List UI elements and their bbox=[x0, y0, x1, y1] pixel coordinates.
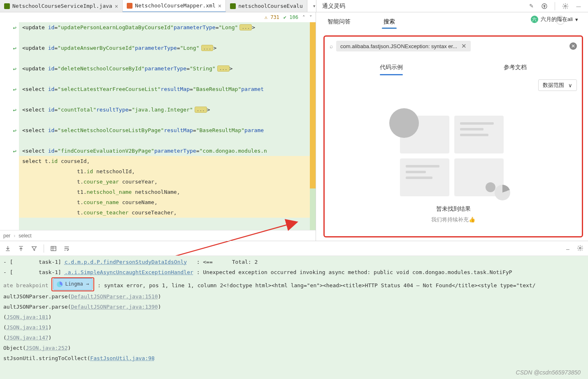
gutter-line[interactable] bbox=[0, 197, 19, 207]
search-input[interactable] bbox=[474, 43, 566, 49]
close-icon[interactable]: × bbox=[115, 3, 118, 9]
inner-tab-code-examples[interactable]: 代码示例 bbox=[380, 61, 403, 74]
close-icon[interactable]: ✕ bbox=[461, 42, 467, 50]
code-line[interactable]: <select id="selectLatestYearFreeCourseLi… bbox=[19, 84, 316, 94]
inner-tab-reference-docs[interactable]: 参考文档 bbox=[504, 61, 527, 74]
scope-selector[interactable]: 数据范围 ∨ bbox=[538, 79, 577, 91]
gutter-line[interactable]: ↩ bbox=[0, 22, 19, 33]
code-line[interactable]: <update id="updateAnswerByCourseId" para… bbox=[19, 43, 316, 53]
code-line[interactable]: <update id="updatePersonLearnLogDataByCo… bbox=[19, 22, 316, 33]
tab-mapper-xml[interactable]: NetschoolCourseMapper.xml × bbox=[123, 0, 226, 12]
code-line[interactable] bbox=[19, 33, 316, 43]
gutter-line[interactable] bbox=[0, 53, 19, 63]
typo-count[interactable]: ✔ 106 bbox=[284, 14, 298, 20]
gutter-line[interactable] bbox=[0, 207, 19, 218]
console-log[interactable]: - [ task-1] c.d.m.p.d.P.findPersonStudyD… bbox=[0, 256, 588, 379]
filter-icon[interactable] bbox=[30, 245, 38, 252]
xml-file-icon bbox=[230, 3, 236, 9]
code-line[interactable]: t.course_year courseYear, bbox=[19, 177, 316, 187]
breadcrumb[interactable]: per › select bbox=[0, 230, 316, 241]
gutter-line[interactable]: ↩ bbox=[0, 43, 19, 53]
upload-icon[interactable] bbox=[17, 245, 25, 252]
help-icon[interactable]: ? bbox=[541, 2, 548, 10]
lingma-tab-qa[interactable]: 智能问答 bbox=[326, 15, 352, 29]
code-line[interactable] bbox=[19, 135, 316, 146]
log-line: - [ task-1] .a.i.SimpleAsyncUncaughtExce… bbox=[3, 267, 588, 277]
nav-arrow-icon[interactable]: ↩ bbox=[13, 45, 16, 51]
gutter-line[interactable]: ↩ bbox=[0, 63, 19, 74]
stack-frame[interactable]: (JSON.java:191) bbox=[3, 322, 588, 332]
gutter-line[interactable] bbox=[0, 33, 19, 43]
gutter-line[interactable] bbox=[0, 94, 19, 105]
code-line[interactable]: t1.netschool_name netschoolName, bbox=[19, 187, 316, 197]
watermark: CSDN @csdn565973850 bbox=[516, 369, 581, 376]
lingma-pill-label: Lingma → bbox=[65, 279, 89, 289]
code-line[interactable]: t1.id netschoolId, bbox=[19, 166, 316, 177]
gutter-line[interactable] bbox=[0, 115, 19, 125]
tabs-overflow-chevron-icon[interactable]: ▾ bbox=[311, 2, 316, 10]
code-line[interactable]: t.course_name courseName, bbox=[19, 197, 316, 207]
gutter-line[interactable] bbox=[0, 166, 19, 177]
code-line[interactable]: <select id="countTotal" resultType="java… bbox=[19, 105, 316, 115]
stack-frame[interactable]: (JSON.java:147) bbox=[3, 332, 588, 343]
stack-frame[interactable]: stJsonUtil.stringToCollect(FastJsonUtil.… bbox=[3, 353, 588, 363]
gutter-line[interactable] bbox=[0, 74, 19, 84]
stack-frame[interactable]: aultJSONParser.parse(DefaultJSONParser.j… bbox=[3, 302, 588, 312]
gear-icon[interactable] bbox=[562, 2, 569, 10]
close-icon[interactable]: × bbox=[218, 2, 221, 9]
code-line[interactable]: <select id="selectNetschoolCourseListByP… bbox=[19, 125, 316, 135]
warning-count[interactable]: ⚠ 731 bbox=[265, 14, 279, 20]
code-line[interactable] bbox=[19, 115, 316, 125]
tab-service-impl[interactable]: NetschoolCourseServiceImpl.java × bbox=[0, 0, 123, 12]
table-icon[interactable] bbox=[50, 245, 57, 252]
code-line[interactable] bbox=[19, 53, 316, 63]
lingma-header: 通义灵码 ✎ ? — bbox=[316, 0, 588, 12]
tab-evalu[interactable]: netschoolCourseEvalu bbox=[226, 0, 307, 12]
code-line[interactable]: select t.id courseId, bbox=[19, 156, 316, 166]
search-token[interactable]: com.alibaba.fastjson.JSONException: synt… bbox=[336, 41, 471, 51]
stack-frame[interactable]: Object(JSON.java:252) bbox=[3, 343, 588, 353]
gutter-line[interactable] bbox=[0, 156, 19, 166]
code-editor[interactable]: ↩↩↩↩↩↩↩ <update id="updatePersonLearnLog… bbox=[0, 22, 316, 230]
code-line[interactable]: <update id="deleteNetschoolCourseById" p… bbox=[19, 63, 316, 74]
wrap-icon[interactable] bbox=[63, 245, 70, 252]
code-line[interactable]: <select id="findCourseEvaluationV2ByPage… bbox=[19, 146, 316, 156]
gutter-line[interactable]: ↩ bbox=[0, 146, 19, 156]
user-menu[interactable]: 六 六月的雨在ali ▾ bbox=[528, 15, 581, 24]
download-icon[interactable] bbox=[4, 245, 12, 252]
gutter-line[interactable] bbox=[0, 135, 19, 146]
code-line[interactable] bbox=[19, 94, 316, 105]
nav-arrow-icon[interactable]: ↩ bbox=[13, 24, 16, 31]
gutter-line[interactable]: ↩ bbox=[0, 84, 19, 94]
gutter-line[interactable] bbox=[0, 177, 19, 187]
console-toolbar: — bbox=[0, 241, 588, 256]
stack-frame[interactable]: aultJSONParser.parse(DefaultJSONParser.j… bbox=[3, 291, 588, 302]
minimize-icon[interactable]: — bbox=[575, 2, 582, 10]
code-line[interactable]: t.course_teacher courseTeacher, bbox=[19, 207, 316, 218]
minimize-icon[interactable]: — bbox=[564, 245, 572, 253]
breadcrumb-item[interactable]: select bbox=[19, 233, 31, 239]
lingma-pill[interactable]: Lingma → bbox=[53, 278, 93, 290]
edit-icon[interactable]: ✎ bbox=[528, 2, 535, 10]
chevron-down-icon[interactable]: ▾ bbox=[575, 16, 578, 23]
log-line-breakpoint: ate breakpoint Lingma → : syntax error, … bbox=[3, 277, 588, 291]
code-line[interactable] bbox=[19, 74, 316, 84]
gutter-line[interactable]: ↩ bbox=[0, 105, 19, 115]
gear-icon[interactable] bbox=[576, 244, 584, 252]
lingma-tab-search[interactable]: 搜索 bbox=[382, 15, 397, 29]
separator-icon bbox=[555, 2, 555, 10]
nav-arrow-icon[interactable]: ↩ bbox=[13, 65, 16, 72]
stack-frame[interactable]: (JSON.java:181) bbox=[3, 312, 588, 322]
chevron-up-icon[interactable]: ˄ bbox=[302, 14, 305, 21]
chevron-down-icon[interactable]: ˅ bbox=[309, 14, 312, 21]
nav-arrow-icon[interactable]: ↩ bbox=[13, 107, 16, 113]
nav-arrow-icon[interactable]: ↩ bbox=[13, 86, 16, 93]
nav-arrow-icon[interactable]: ↩ bbox=[13, 127, 16, 134]
clear-all-icon[interactable]: ✕ bbox=[569, 42, 577, 50]
nav-arrow-icon[interactable]: ↩ bbox=[13, 148, 16, 154]
breadcrumb-item[interactable]: per bbox=[3, 233, 10, 239]
gutter-line[interactable]: ↩ bbox=[0, 125, 19, 135]
search-icon[interactable]: ⌕ bbox=[330, 43, 333, 49]
chevron-down-icon[interactable]: ∨ bbox=[568, 82, 572, 88]
gutter-line[interactable] bbox=[0, 187, 19, 197]
